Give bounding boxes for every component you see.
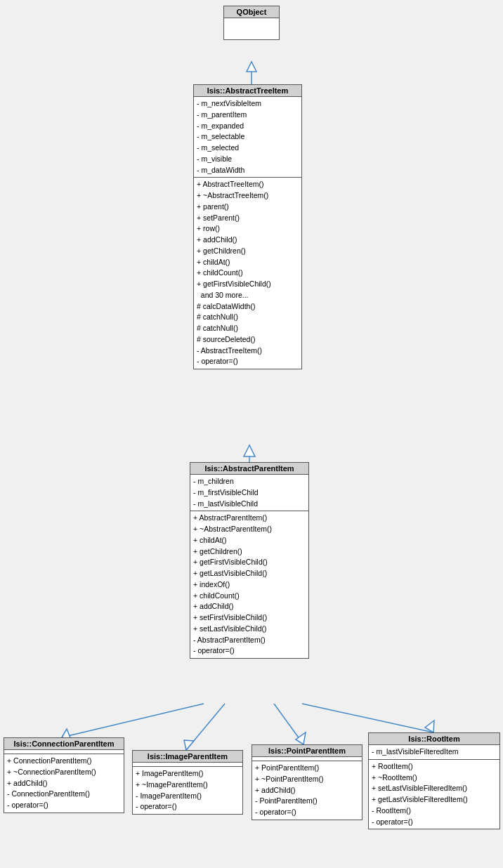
root-item-methods: + RootItem() + ~RootItem() + setLastVisi… (369, 760, 499, 829)
field-m_children: - m_children (193, 476, 306, 487)
ri-priv-op: - operator=() (372, 817, 497, 828)
abstract-parent-item-box: Isis::AbstractParentItem - m_children - … (190, 462, 309, 659)
method-catchNull1: # catchNull() (197, 312, 299, 323)
abstract-parent-item-title: Isis::AbstractParentItem (190, 463, 308, 475)
field-m_nextVisibleItem: - m_nextVisibleItem (197, 98, 299, 110)
method-parent: + parent() (197, 202, 299, 213)
api-childAt: + childAt() (193, 535, 306, 546)
method-AbstractTreeItem: + AbstractTreeItem() (197, 179, 299, 190)
image-parent-item-title: Isis::ImageParentItem (133, 751, 242, 763)
cpi-dtor: + ~ConnectionParentItem() (7, 767, 121, 778)
method-childCount: + childCount() (197, 268, 299, 279)
api-getLastVisibleChild: + getLastVisibleChild() (193, 568, 306, 579)
api-indexOf: + indexOf() (193, 579, 306, 591)
abstract-tree-item-methods: + AbstractTreeItem() + ~AbstractTreeItem… (194, 178, 301, 369)
ppi-priv-op: - operator=() (255, 807, 359, 818)
api-priv-AbstractParentItem: - AbstractParentItem() (193, 635, 306, 646)
method-setParent: + setParent() (197, 213, 299, 224)
method-calcDataWidth: # calcDataWidth() (197, 301, 299, 313)
field-m_visible: - m_visible (197, 154, 299, 165)
ri-setLastVisibleFilteredItem: + setLastVisibleFilteredItem() (372, 783, 497, 794)
qobject-title: QObject (224, 6, 279, 18)
api-setFirstVisibleChild: + setFirstVisibleChild() (193, 612, 306, 624)
ri-m_lastVisibleFilteredItem: - m_lastVisibleFilteredItem (372, 747, 497, 758)
field-m_parentItem: - m_parentItem (197, 110, 299, 121)
method-childAt: + childAt() (197, 257, 299, 268)
field-m_dataWidth: - m_dataWidth (197, 165, 299, 176)
cpi-priv-op: - operator=() (7, 800, 121, 811)
field-m_expanded: - m_expanded (197, 121, 299, 132)
method-priv-AbstractTreeItem: - AbstractTreeItem() (197, 346, 299, 357)
ri-priv-ctor: - RootItem() (372, 805, 497, 817)
field-m_lastVisibleChild: - m_lastVisibleChild (193, 499, 306, 510)
method-and-more: and 30 more... (197, 290, 299, 301)
svg-marker-1 (247, 62, 256, 72)
method-catchNull2: # catchNull() (197, 323, 299, 334)
ppi-ctor: + PointParentItem() (255, 763, 359, 774)
cpi-priv-ctor: - ConnectionParentItem() (7, 789, 121, 800)
abstract-tree-item-box: Isis::AbstractTreeItem - m_nextVisibleIt… (193, 84, 302, 369)
api-getFirstVisibleChild: + getFirstVisibleChild() (193, 557, 306, 568)
ri-dtor: + ~RootItem() (372, 772, 497, 784)
cpi-ctor: + ConnectionParentItem() (7, 756, 121, 767)
ipi-priv-op: - operator=() (136, 801, 240, 813)
ppi-priv-ctor: - PointParentItem() (255, 796, 359, 807)
ppi-addChild: + addChild() (255, 785, 359, 796)
method-priv-operator: - operator=() (197, 356, 299, 367)
api-getChildren: + getChildren() (193, 546, 306, 558)
image-parent-item-box: Isis::ImageParentItem + ImageParentItem(… (132, 750, 243, 815)
api-addChild: + addChild() (193, 601, 306, 612)
abstract-parent-item-methods: + AbstractParentItem() + ~AbstractParent… (190, 511, 308, 658)
ri-getLastVisibleFilteredItem: + getLastVisibleFilteredItem() (372, 794, 497, 805)
method-addChild: + addChild() (197, 235, 299, 246)
ri-ctor: + RootItem() (372, 761, 497, 772)
api-priv-operator: - operator=() (193, 645, 306, 657)
svg-marker-3 (244, 445, 255, 456)
root-item-title: Isis::RootItem (369, 733, 499, 745)
connection-parent-item-title: Isis::ConnectionParentItem (4, 738, 124, 750)
method-row: + row() (197, 223, 299, 235)
point-parent-item-title: Isis::PointParentItem (252, 745, 362, 757)
svg-marker-11 (425, 721, 434, 732)
method-getChildren: + getChildren() (197, 246, 299, 257)
cpi-addChild: + addChild() (7, 778, 121, 789)
qobject-body (224, 18, 279, 39)
field-m_selectable: - m_selectable (197, 131, 299, 143)
abstract-tree-item-fields: - m_nextVisibleItem - m_parentItem - m_e… (194, 97, 301, 178)
svg-line-10 (302, 704, 433, 732)
abstract-tree-item-title: Isis::AbstractTreeItem (194, 85, 301, 97)
api-childCount: + childCount() (193, 591, 306, 602)
ipi-ctor: + ImageParentItem() (136, 768, 240, 780)
field-m_selected: - m_selected (197, 143, 299, 154)
field-m_firstVisibleChild: - m_firstVisibleChild (193, 487, 306, 499)
api-dtor-AbstractParentItem: + ~AbstractParentItem() (193, 524, 306, 535)
api-setLastVisibleChild: + setLastVisibleChild() (193, 624, 306, 635)
svg-line-4 (62, 704, 204, 737)
ppi-dtor: + ~PointParentItem() (255, 774, 359, 785)
method-getFirstVisibleChild: + getFirstVisibleChild() (197, 279, 299, 290)
api-AbstractParentItem: + AbstractParentItem() (193, 513, 306, 524)
diagram-container: QObject Isis::AbstractTreeItem - m_nextV… (0, 0, 503, 868)
root-item-fields: - m_lastVisibleFilteredItem (369, 745, 499, 760)
abstract-parent-item-fields: - m_children - m_firstVisibleChild - m_l… (190, 475, 308, 511)
connection-parent-item-box: Isis::ConnectionParentItem + ConnectionP… (4, 737, 124, 813)
qobject-box: QObject (223, 6, 280, 40)
point-parent-item-box: Isis::PointParentItem + PointParentItem(… (252, 744, 362, 820)
method-sourceDeleted: # sourceDeleted() (197, 334, 299, 346)
svg-marker-9 (296, 732, 306, 744)
ipi-dtor: + ~ImageParentItem() (136, 780, 240, 791)
svg-marker-7 (184, 740, 194, 750)
point-parent-item-methods: + PointParentItem() + ~PointParentItem()… (252, 761, 362, 820)
svg-line-6 (186, 704, 225, 750)
ipi-priv-ctor: - ImageParentItem() (136, 791, 240, 802)
connection-parent-item-methods: + ConnectionParentItem() + ~ConnectionPa… (4, 754, 124, 813)
root-item-box: Isis::RootItem - m_lastVisibleFilteredIt… (368, 732, 500, 829)
image-parent-item-methods: + ImageParentItem() + ~ImageParentItem()… (133, 767, 242, 814)
method-dtor-AbstractTreeItem: + ~AbstractTreeItem() (197, 190, 299, 202)
svg-line-8 (274, 704, 303, 744)
